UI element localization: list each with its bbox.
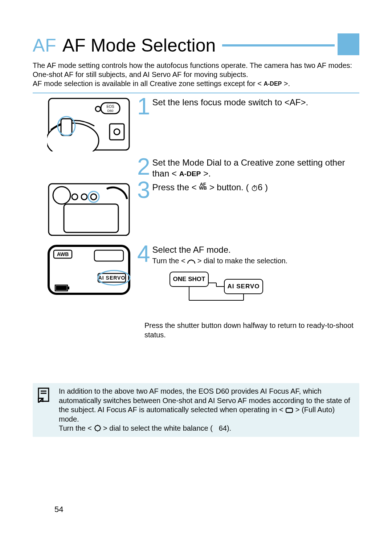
intro-text: The AF mode setting controls how the aut… <box>33 61 359 88</box>
svg-rect-44 <box>286 408 293 413</box>
af-wb-button-icon: AF WB <box>199 183 207 190</box>
step-1-row: EOS D60 1 Set the lens focus mode switch… <box>33 97 359 151</box>
step-2-number: 2 <box>137 155 150 178</box>
adep-icon: A-DEP <box>264 81 282 87</box>
svg-rect-10 <box>64 204 118 232</box>
note-icon <box>37 387 53 404</box>
quick-control-dial-icon <box>94 425 101 432</box>
svg-rect-2 <box>61 119 72 135</box>
intro-line-1: The AF mode setting controls how the aut… <box>33 61 352 78</box>
heading-bar-thin <box>222 44 335 46</box>
awb-label: AWB <box>57 251 69 257</box>
heading-bar-block <box>338 33 359 55</box>
mode-one-shot-label: ONE SHOT <box>173 276 205 283</box>
manual-page: AF AF Mode Selection The AF mode setting… <box>0 0 392 536</box>
svg-line-28 <box>189 260 190 261</box>
step-3-heading-post: ) <box>265 182 268 192</box>
step-3-text: 3 Press the < AF WB > button. ( <box>133 180 359 202</box>
camera-lens-switch-illustration: EOS D60 <box>47 97 131 151</box>
svg-rect-25 <box>68 287 69 289</box>
intro-line-2-pre: AF mode selection is available in all Cr… <box>33 80 264 88</box>
step-4-row: AWB AI SERVO 4 Select the AF mode. <box>33 244 359 340</box>
svg-point-11 <box>72 194 78 200</box>
lcd-readout-illustration: AWB AI SERVO <box>47 244 131 295</box>
step-3-row: 3 Press the < AF WB > button. ( <box>33 180 359 239</box>
note-text: In addition to the above two AF modes, t… <box>53 387 355 433</box>
step-4-sub: Turn the < > dial to make the selection. <box>152 256 359 265</box>
step-3-image-col <box>33 180 133 239</box>
heading-row: AF AF Mode Selection <box>33 36 359 54</box>
svg-line-30 <box>193 260 193 261</box>
camera-af-wb-button-illustration <box>47 180 131 239</box>
step-1-image-col: EOS D60 <box>33 97 133 151</box>
svg-marker-43 <box>38 398 43 403</box>
adep-icon: A-DEP <box>179 170 201 178</box>
step-4-sub-pre: Turn the < <box>152 257 188 265</box>
step-3-heading-pre: Press the < <box>152 182 199 192</box>
page-number: 54 <box>54 505 63 514</box>
eos-model-label: D60 <box>107 109 114 113</box>
timer-value: 6 <box>258 182 262 192</box>
eos-badge-label: EOS <box>106 105 114 109</box>
step-2-heading-post: >. <box>201 168 211 178</box>
svg-point-7 <box>95 106 101 111</box>
svg-point-12 <box>81 194 87 200</box>
step-2-text: 2 Set the Mode Dial to a Creative zone s… <box>133 157 359 179</box>
ai-servo-label: AI SERVO <box>98 275 126 281</box>
page-title: AF Mode Selection <box>62 36 216 54</box>
step-4-heading: Select the AF mode. <box>137 244 359 255</box>
note-wb-page: 64 <box>219 424 227 432</box>
af-wb-bot: WB <box>199 186 207 190</box>
heading-prefix-af: AF <box>33 36 57 54</box>
note-box: In addition to the above two AF modes, t… <box>33 383 359 437</box>
mode-ai-servo-label: AI SERVO <box>228 283 260 290</box>
note-wb-post: ). <box>227 424 231 432</box>
step-2-heading: Set the Mode Dial to a Creative zone set… <box>137 157 359 179</box>
intro-line-2-post: >. <box>282 80 290 88</box>
svg-line-18 <box>256 186 257 187</box>
step-1-heading: Set the lens focus mode switch to <AF>. <box>137 97 359 108</box>
step-4-return-text: Press the shutter button down halfway to… <box>144 321 359 340</box>
steps-container: EOS D60 1 Set the lens focus mode switch… <box>33 97 359 340</box>
full-auto-icon <box>285 407 293 413</box>
step-2-row: 2 Set the Mode Dial to a Creative zone s… <box>33 157 359 179</box>
svg-point-13 <box>91 194 97 200</box>
timer-icon <box>251 185 258 191</box>
step-4-image-col: AWB AI SERVO <box>33 244 133 295</box>
step-1-text: 1 Set the lens focus mode switch to <AF>… <box>133 97 359 118</box>
note-wb-mid: > dial to select the white balance ( <box>103 424 213 432</box>
svg-rect-26 <box>56 286 67 290</box>
step-1-number: 1 <box>137 95 150 118</box>
step-4-sub-post: > dial to make the selection. <box>197 257 287 265</box>
heading-decor <box>222 38 359 53</box>
step-3-number: 3 <box>137 178 150 202</box>
step-4-text: 4 Select the AF mode. Turn the < > dial … <box>133 244 359 340</box>
step-3-heading: Press the < AF WB > button. ( 6 ) <box>137 180 359 194</box>
note-page-icon <box>37 387 51 403</box>
step-3-heading-mid: > button. ( <box>209 182 251 192</box>
divider-line <box>33 93 359 93</box>
main-dial-icon <box>187 259 195 264</box>
svg-point-9 <box>53 187 70 204</box>
af-mode-diagram: ONE SHOT AI SERVO <box>163 269 271 310</box>
step-4-number: 4 <box>137 242 150 265</box>
svg-point-5 <box>114 129 120 135</box>
note-wb-pre: Turn the < <box>59 424 92 432</box>
